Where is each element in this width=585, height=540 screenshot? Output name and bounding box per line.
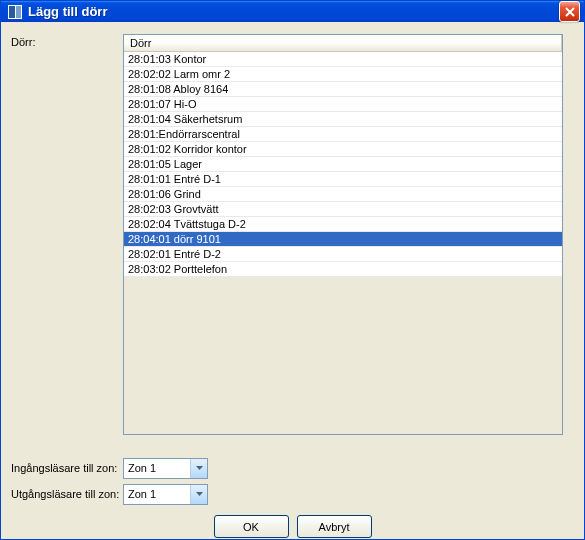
list-item[interactable]: 28:01:06 Grind <box>124 187 562 202</box>
column-header-door[interactable]: Dörr <box>124 35 562 51</box>
ingang-label: Ingångsläsare till zon: <box>11 462 123 474</box>
list-item[interactable]: 28:01:05 Lager <box>124 157 562 172</box>
utgang-zone-dropdown-button[interactable] <box>190 485 207 504</box>
list-item[interactable]: 28:02:03 Grovtvätt <box>124 202 562 217</box>
door-row: Dörr: Dörr 28:01:03 Kontor28:02:02 Larm … <box>11 34 574 435</box>
list-item[interactable]: 28:02:04 Tvättstuga D-2 <box>124 217 562 232</box>
door-label: Dörr: <box>11 34 123 48</box>
window-title: Lägg till dörr <box>28 4 559 19</box>
list-item[interactable]: 28:01:08 Abloy 8164 <box>124 82 562 97</box>
utgang-row: Utgångsläsare till zon: Zon 1 <box>11 483 574 505</box>
svg-rect-2 <box>16 6 21 18</box>
dialog-content: Dörr: Dörr 28:01:03 Kontor28:02:02 Larm … <box>1 22 584 540</box>
list-item[interactable]: 28:01:03 Kontor <box>124 52 562 67</box>
titlebar: Lägg till dörr <box>1 1 584 22</box>
list-item[interactable]: 28:01:04 Säkerhetsrum <box>124 112 562 127</box>
zone-section: Ingångsläsare till zon: Zon 1 Utgångsläs… <box>11 457 574 509</box>
list-item[interactable]: 28:01:02 Korridor kontor <box>124 142 562 157</box>
close-icon <box>565 7 575 17</box>
list-item[interactable]: 28:02:01 Entré D-2 <box>124 247 562 262</box>
list-item[interactable]: 28:01:01 Entré D-1 <box>124 172 562 187</box>
ingang-row: Ingångsläsare till zon: Zon 1 <box>11 457 574 479</box>
ingang-zone-value: Zon 1 <box>124 462 190 474</box>
utgang-zone-value: Zon 1 <box>124 488 190 500</box>
list-item[interactable]: 28:04:01 dörr 9101 <box>124 232 562 247</box>
svg-rect-1 <box>9 6 15 18</box>
chevron-down-icon <box>196 492 203 496</box>
app-icon <box>7 4 23 20</box>
list-header[interactable]: Dörr <box>124 35 562 52</box>
list-item[interactable]: 28:02:02 Larm omr 2 <box>124 67 562 82</box>
close-button[interactable] <box>559 1 580 22</box>
utgang-zone-combo[interactable]: Zon 1 <box>123 484 208 505</box>
ingang-zone-combo[interactable]: Zon 1 <box>123 458 208 479</box>
list-item[interactable]: 28:01:07 Hi-O <box>124 97 562 112</box>
list-item[interactable]: 28:03:02 Porttelefon <box>124 262 562 277</box>
list-body: 28:01:03 Kontor28:02:02 Larm omr 228:01:… <box>124 52 562 277</box>
ok-button[interactable]: OK <box>214 515 289 538</box>
button-row: OK Avbryt <box>11 515 574 540</box>
ingang-zone-dropdown-button[interactable] <box>190 459 207 478</box>
list-item[interactable]: 28:01:Endörrarscentral <box>124 127 562 142</box>
chevron-down-icon <box>196 466 203 470</box>
cancel-button[interactable]: Avbryt <box>297 515 372 538</box>
utgang-label: Utgångsläsare till zon: <box>11 488 123 500</box>
dialog-window: Lägg till dörr Dörr: Dörr 28:01:03 Konto… <box>0 0 585 540</box>
door-listbox[interactable]: Dörr 28:01:03 Kontor28:02:02 Larm omr 22… <box>123 34 563 435</box>
